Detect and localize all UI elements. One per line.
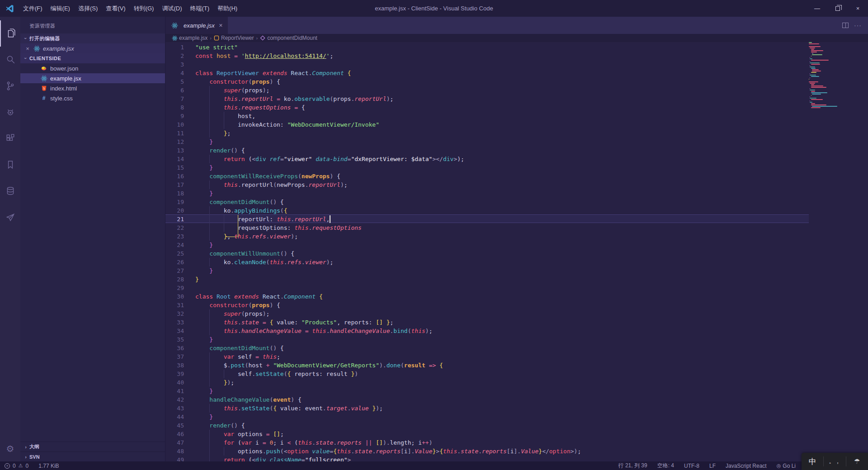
line-number[interactable]: 48	[165, 447, 195, 456]
menu-item[interactable]: 查看(V)	[102, 0, 129, 17]
line-number[interactable]: 31	[165, 301, 195, 309]
line-number[interactable]: 41	[165, 387, 195, 395]
code-line[interactable]: 24 }	[165, 241, 868, 249]
code-line[interactable]: 31 constructor(props) {	[165, 301, 868, 309]
line-number[interactable]: 1	[165, 43, 195, 52]
file-row-index[interactable]: 5 index.html	[20, 83, 165, 93]
more-actions-icon[interactable]: ···	[854, 22, 862, 29]
code-line[interactable]: 10 invokeAction: "WebDocumentViewer/Invo…	[165, 120, 868, 129]
code-line[interactable]: 13 render() {	[165, 146, 868, 155]
minimize-button[interactable]: —	[807, 0, 827, 17]
code-line[interactable]: 22 requestOptions: this.requestOptions	[165, 223, 868, 232]
line-number[interactable]: 5	[165, 77, 195, 86]
line-number[interactable]: 36	[165, 344, 195, 352]
code-editor[interactable]: 1"use strict"2const host = 'http://local…	[165, 42, 868, 461]
line-number[interactable]: 38	[165, 361, 195, 370]
code-line[interactable]: 36 componentDidMount() {	[165, 344, 868, 352]
menu-item[interactable]: 转到(G)	[130, 0, 158, 17]
database-icon[interactable]	[0, 178, 20, 204]
line-number[interactable]: 9	[165, 112, 195, 120]
code-line[interactable]: 23 }, this.refs.viewer);	[165, 232, 868, 241]
menu-item[interactable]: 文件(F)	[19, 0, 47, 17]
file-row-style[interactable]: # style.css	[20, 93, 165, 103]
line-number[interactable]: 2	[165, 52, 195, 60]
line-number[interactable]: 23	[165, 232, 195, 241]
line-number[interactable]: 46	[165, 430, 195, 438]
line-number[interactable]: 37	[165, 352, 195, 361]
line-number[interactable]: 25	[165, 249, 195, 258]
file-row-bower[interactable]: bower.json	[20, 63, 165, 73]
menu-item[interactable]: 调试(D)	[158, 0, 186, 17]
menu-item[interactable]: 编辑(E)	[47, 0, 74, 17]
line-number[interactable]: 3	[165, 60, 195, 69]
line-number[interactable]: 6	[165, 86, 195, 95]
line-number[interactable]: 27	[165, 266, 195, 275]
code-line[interactable]: 38 $.post(host + "WebDocumentViewer/GetR…	[165, 361, 868, 370]
code-line[interactable]: 41 }	[165, 387, 868, 395]
line-number[interactable]: 21	[165, 215, 195, 223]
code-line[interactable]: 45 render() {	[165, 421, 868, 430]
code-line[interactable]: 29	[165, 284, 868, 292]
code-line[interactable]: 46 var options = [];	[165, 430, 868, 438]
search-icon[interactable]	[0, 47, 20, 73]
ime-language-mode[interactable]: 中	[802, 456, 823, 467]
status-item[interactable]: 空格: 4	[657, 462, 674, 470]
gear-icon[interactable]: ⚙	[0, 440, 20, 458]
line-number[interactable]: 29	[165, 284, 195, 292]
breadcrumb-class[interactable]: ReportViewer	[214, 35, 254, 41]
restore-button[interactable]	[827, 0, 848, 17]
code-line[interactable]: 4class ReportViewer extends React.Compon…	[165, 69, 868, 77]
code-line[interactable]: 43 this.setState({ value: event.target.v…	[165, 404, 868, 413]
line-number[interactable]: 18	[165, 189, 195, 198]
code-line[interactable]: 39 self.setState({ reports: result })	[165, 370, 868, 378]
code-line[interactable]: 19 componentDidMount() {	[165, 198, 868, 206]
code-line[interactable]: 9 host,	[165, 112, 868, 120]
line-number[interactable]: 11	[165, 129, 195, 138]
line-number[interactable]: 24	[165, 241, 195, 249]
code-line[interactable]: 8 this.requestOptions = {	[165, 103, 868, 112]
code-line[interactable]: 6 super(props);	[165, 86, 868, 95]
menu-item[interactable]: 帮助(H)	[213, 0, 241, 17]
line-number[interactable]: 16	[165, 172, 195, 180]
line-number[interactable]: 47	[165, 438, 195, 447]
code-line[interactable]: 42 handleChangeValue(event) {	[165, 395, 868, 404]
ime-punctuation-mode[interactable]: 。，	[824, 457, 845, 465]
code-line[interactable]: 32 super(props);	[165, 309, 868, 318]
extensions-icon[interactable]	[0, 125, 20, 152]
line-number[interactable]: 44	[165, 413, 195, 421]
breadcrumb-file[interactable]: example.jsx	[172, 35, 208, 41]
line-number[interactable]: 7	[165, 95, 195, 103]
code-line[interactable]: 11 };	[165, 129, 868, 138]
status-item[interactable]: 行 21, 列 39	[618, 462, 647, 470]
code-line[interactable]: 28}	[165, 275, 868, 284]
tab-example-jsx[interactable]: example.jsx ×	[165, 17, 228, 34]
line-number[interactable]: 10	[165, 120, 195, 129]
code-line[interactable]: 48 options.push(<option value={this.stat…	[165, 447, 868, 456]
code-line[interactable]: 17 this.reportUrl(newProps.reportUrl);	[165, 180, 868, 189]
line-number[interactable]: 42	[165, 395, 195, 404]
close-icon[interactable]: ×	[24, 45, 31, 52]
open-editor-item[interactable]: × example.jsx	[20, 43, 165, 53]
line-number[interactable]: 33	[165, 318, 195, 327]
code-line[interactable]: 7 this.reportUrl = ko.observable(props.r…	[165, 95, 868, 103]
error-count[interactable]: 0	[13, 463, 16, 469]
source-control-icon[interactable]	[0, 73, 20, 99]
menu-item[interactable]: 选择(S)	[74, 0, 102, 17]
line-number[interactable]: 12	[165, 138, 195, 146]
status-item[interactable]: UTF-8	[684, 463, 699, 469]
line-number[interactable]: 43	[165, 404, 195, 413]
code-line[interactable]: 34 this.handleChangeValue = this.handleC…	[165, 327, 868, 335]
line-number[interactable]: 32	[165, 309, 195, 318]
outline-section[interactable]: › 大纲	[20, 442, 165, 451]
file-row-example[interactable]: example.jsx	[20, 73, 165, 83]
code-line[interactable]: 44 }	[165, 413, 868, 421]
code-line[interactable]: 26 ko.cleanNode(this.refs.viewer);	[165, 258, 868, 266]
debug-icon[interactable]	[0, 99, 20, 125]
line-number[interactable]: 34	[165, 327, 195, 335]
code-line[interactable]: 47 for (var i = 0; i < (this.state.repor…	[165, 438, 868, 447]
line-number[interactable]: 39	[165, 370, 195, 378]
code-line[interactable]: 33 this.state = { value: "Products", rep…	[165, 318, 868, 327]
warnings-icon[interactable]: ⚠	[19, 463, 23, 469]
code-line[interactable]: 27 }	[165, 266, 868, 275]
code-line[interactable]: 25 componentWillUnmount() {	[165, 249, 868, 258]
